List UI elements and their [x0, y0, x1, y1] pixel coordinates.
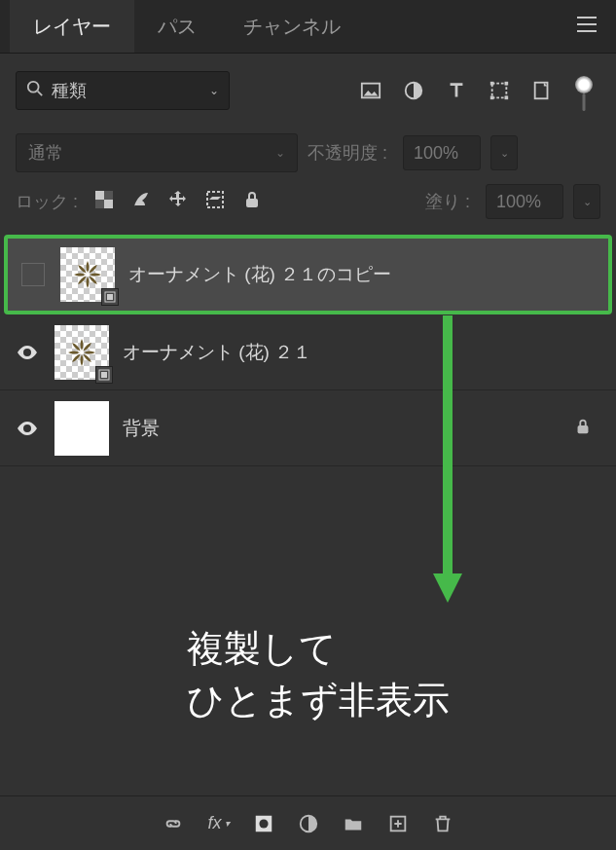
new-group-icon[interactable] [343, 813, 364, 834]
layer-effects-button[interactable]: fx▾ [207, 813, 229, 833]
panel-tabs: レイヤー パス チャンネル [0, 0, 616, 54]
layer-thumbnail[interactable] [60, 247, 115, 302]
panel-menu-icon[interactable] [577, 17, 597, 36]
svg-point-17 [25, 351, 29, 354]
filter-shape-icon[interactable] [484, 75, 515, 106]
annotation-text: 複製して ひとまず非表示 [187, 623, 450, 726]
svg-rect-3 [492, 84, 507, 98]
filter-adjustment-icon[interactable] [398, 75, 429, 106]
layer-name[interactable]: 背景 [123, 416, 160, 441]
svg-rect-9 [95, 191, 104, 200]
blend-mode-select[interactable]: 通常 ⌄ [16, 133, 298, 172]
lock-pixels-icon[interactable] [130, 189, 152, 215]
lock-artboard-icon[interactable] [204, 189, 226, 215]
tab-paths[interactable]: パス [134, 0, 220, 53]
fill-label: 塗り : [425, 190, 470, 213]
filter-type-select[interactable]: 種類 ⌄ [16, 71, 230, 110]
lock-label: ロック : [16, 190, 78, 213]
chevron-down-icon: ⌄ [275, 146, 285, 160]
layer-thumbnail[interactable] [54, 325, 109, 380]
layer-thumbnail[interactable] [54, 401, 109, 456]
chevron-down-icon: ⌄ [209, 84, 219, 97]
fill-input[interactable]: 100% [486, 184, 563, 219]
visibility-off-box [21, 263, 45, 286]
svg-point-25 [259, 819, 268, 828]
svg-rect-14 [246, 199, 258, 207]
svg-rect-5 [505, 82, 509, 86]
svg-point-0 [28, 81, 39, 92]
lock-position-icon[interactable] [167, 189, 189, 215]
layer-row[interactable]: 背景 [0, 390, 616, 466]
svg-rect-16 [107, 294, 113, 300]
svg-rect-4 [490, 82, 494, 86]
fx-label: fx [207, 813, 221, 833]
layers-panel: レイヤー パス チャンネル 種類 ⌄ [0, 0, 616, 850]
annotation-line2: ひとまず非表示 [187, 675, 450, 726]
filter-placeholder: 種類 [52, 79, 87, 102]
smartobject-badge-icon [101, 288, 119, 306]
visibility-toggle[interactable] [14, 415, 41, 442]
layer-mask-icon[interactable] [253, 813, 274, 834]
visibility-toggle[interactable] [14, 339, 41, 366]
fill-value: 100% [496, 192, 541, 212]
svg-rect-6 [490, 96, 494, 100]
search-icon [26, 80, 44, 102]
svg-rect-19 [101, 372, 107, 378]
blend-mode-row: 通常 ⌄ 不透明度 : 100% ⌄ [0, 128, 616, 178]
svg-rect-10 [104, 200, 113, 208]
opacity-value: 100% [414, 143, 458, 164]
layer-name[interactable]: オーナメント (花) ２１のコピー [128, 262, 391, 287]
fill-dropdown[interactable]: ⌄ [573, 184, 600, 219]
lock-icon [573, 417, 593, 440]
link-layers-icon[interactable] [163, 813, 184, 834]
svg-rect-11 [104, 191, 113, 200]
adjustment-layer-icon[interactable] [298, 813, 319, 834]
layer-row[interactable]: オーナメント (花) ２１ [0, 314, 616, 390]
opacity-input[interactable]: 100% [403, 135, 481, 170]
lock-all-icon[interactable] [241, 189, 263, 215]
tab-channels[interactable]: チャンネル [220, 0, 364, 53]
smartobject-badge-icon [95, 366, 113, 384]
annotation-arrow [428, 315, 467, 608]
opacity-dropdown[interactable]: ⌄ [490, 135, 518, 170]
filter-smartobject-icon[interactable] [526, 75, 558, 106]
svg-rect-7 [505, 96, 509, 100]
filter-row: 種類 ⌄ [0, 54, 616, 128]
lock-row: ロック : 塗り : 100% ⌄ [0, 178, 616, 225]
new-layer-icon[interactable] [387, 813, 409, 834]
blend-mode-value: 通常 [28, 141, 63, 165]
svg-point-20 [25, 426, 29, 430]
svg-rect-12 [95, 200, 104, 208]
svg-rect-21 [578, 425, 589, 433]
svg-marker-23 [433, 573, 462, 603]
filter-text-icon[interactable] [441, 75, 472, 106]
delete-layer-icon[interactable] [432, 813, 453, 834]
tab-layers[interactable]: レイヤー [10, 0, 134, 53]
layers-list: オーナメント (花) ２１のコピー オーナメント (花) ２１ 背景 [0, 235, 616, 466]
filter-image-icon[interactable] [355, 75, 386, 106]
visibility-toggle[interactable] [19, 261, 47, 288]
layer-name[interactable]: オーナメント (花) ２１ [123, 340, 311, 365]
filter-toggle-switch[interactable] [575, 76, 593, 93]
opacity-label: 不透明度 : [308, 141, 387, 165]
annotation-line1: 複製して [187, 623, 450, 675]
layer-row[interactable]: オーナメント (花) ２１のコピー [6, 237, 610, 313]
lock-transparency-icon[interactable] [93, 189, 115, 215]
layers-bottom-bar: fx▾ [0, 795, 616, 850]
